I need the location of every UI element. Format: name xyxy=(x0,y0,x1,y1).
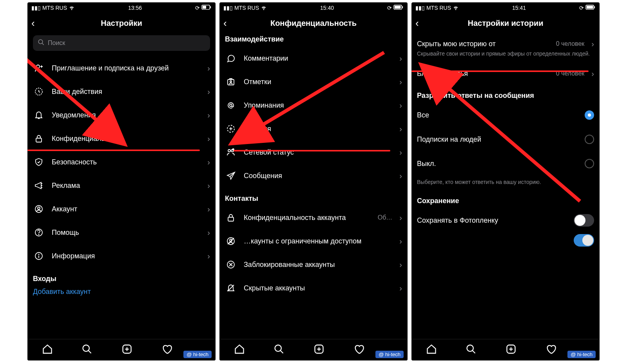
svg-point-11 xyxy=(38,207,40,209)
tab-activity[interactable] xyxy=(545,344,556,356)
person-plus-icon xyxy=(33,63,45,73)
radio-following[interactable]: Подписки на людей xyxy=(417,127,594,151)
watermark: @ hi-tech xyxy=(375,351,404,358)
row-messages[interactable]: Сообщения › xyxy=(225,164,402,187)
row-notifications[interactable]: Уведомления › xyxy=(33,103,210,127)
message-icon xyxy=(225,171,237,180)
orientation-icon: ⟳ xyxy=(579,5,584,11)
tab-search[interactable] xyxy=(274,344,285,356)
toggle-on[interactable] xyxy=(574,234,594,247)
row-blocked[interactable]: Заблокированные аккаунты › xyxy=(225,253,402,276)
radio-everyone[interactable]: Все xyxy=(417,103,594,127)
chevron-right-icon: › xyxy=(399,54,402,63)
chevron-right-icon: › xyxy=(207,252,210,261)
search-input[interactable]: Поиск xyxy=(33,35,210,51)
row-info[interactable]: Информация › xyxy=(33,244,210,268)
tab-create[interactable] xyxy=(506,344,516,356)
search-placeholder: Поиск xyxy=(48,40,65,47)
row-help[interactable]: Помощь › xyxy=(33,221,210,244)
highlight-underline xyxy=(234,150,390,151)
header: ‹ Настройки xyxy=(27,13,216,33)
at-icon xyxy=(225,101,237,110)
story-icon xyxy=(225,124,237,133)
tab-create[interactable] xyxy=(314,344,324,356)
megaphone-icon xyxy=(33,181,45,190)
svg-point-28 xyxy=(230,104,232,106)
tab-create[interactable] xyxy=(121,344,132,356)
chevron-right-icon: › xyxy=(399,77,402,86)
add-account-link[interactable]: Добавить аккаунт xyxy=(33,288,210,296)
row-security[interactable]: Безопасность › xyxy=(33,150,210,174)
tag-icon xyxy=(225,77,237,86)
status-bar: ▮▮▯ MTS RUS 13:56 ⟳ xyxy=(27,2,216,13)
svg-rect-52 xyxy=(594,6,595,9)
signal-icon: ▮▮▯ xyxy=(415,5,425,11)
search-icon xyxy=(38,39,45,47)
status-bar: ▮▮▯ MTS RUS 15:40 ⟳ xyxy=(219,2,408,13)
chevron-right-icon: › xyxy=(399,213,402,222)
info-icon xyxy=(33,251,45,261)
svg-point-13 xyxy=(38,234,39,234)
tab-search[interactable] xyxy=(466,344,477,356)
wifi-icon xyxy=(453,4,459,12)
screen-privacy: ▮▮▯ MTS RUS 15:40 ⟳ ‹ Конфиденциальность… xyxy=(219,2,408,360)
tab-search[interactable] xyxy=(82,344,92,356)
svg-point-18 xyxy=(83,345,89,351)
chevron-right-icon: › xyxy=(207,111,210,120)
svg-point-27 xyxy=(230,81,232,82)
row-account[interactable]: Аккаунт › xyxy=(33,197,210,221)
clock-label: 15:40 xyxy=(320,5,334,11)
chevron-right-icon: › xyxy=(207,87,210,96)
radio-unselected-icon xyxy=(585,159,594,168)
blocked-icon xyxy=(225,260,237,269)
tab-activity[interactable] xyxy=(161,344,172,356)
highlight-underline xyxy=(27,150,200,151)
header: ‹ Настройки истории xyxy=(411,13,600,33)
row-activity-status[interactable]: Сетевой статус › xyxy=(225,141,402,164)
comment-icon xyxy=(225,54,237,63)
tab-home[interactable] xyxy=(426,344,437,356)
radio-selected-icon xyxy=(585,110,594,120)
row-hide-story[interactable]: Скрыть мою историю от 0 человек › xyxy=(417,36,594,52)
radio-off[interactable]: Выкл. xyxy=(417,151,594,176)
svg-rect-24 xyxy=(395,6,401,9)
orientation-icon: ⟳ xyxy=(195,5,200,11)
row-account-privacy[interactable]: Конфиденциальность аккаунта Об… › xyxy=(225,206,402,229)
row-invite-friends[interactable]: Приглашение и подписка на друзей › xyxy=(33,56,210,80)
row-restricted[interactable]: …каунты с ограниченным доступом › xyxy=(225,229,402,253)
row-your-activity[interactable]: Ваши действия › xyxy=(33,80,210,103)
tab-home[interactable] xyxy=(42,344,53,356)
row-save-camera-roll[interactable]: Сохранять в Фотопленку xyxy=(417,208,594,232)
svg-rect-51 xyxy=(587,6,593,9)
row-story[interactable]: История › xyxy=(225,117,402,141)
row-comments[interactable]: Комментарии › xyxy=(225,47,402,70)
tab-activity[interactable] xyxy=(353,344,364,356)
svg-point-45 xyxy=(275,345,281,351)
row-save-archive[interactable] xyxy=(417,232,594,248)
section-logins: Входы xyxy=(33,275,210,283)
row-close-friends[interactable]: Близкие друзья 0 человек › xyxy=(417,63,594,85)
svg-point-54 xyxy=(467,345,473,351)
page-title: Настройки истории xyxy=(468,19,543,28)
back-button[interactable]: ‹ xyxy=(415,17,419,29)
signal-icon: ▮▮▯ xyxy=(223,5,233,11)
chevron-right-icon: › xyxy=(207,181,210,190)
row-privacy[interactable]: Конфиденциальность › xyxy=(33,127,210,150)
row-ads[interactable]: Реклама › xyxy=(33,174,210,197)
chevron-right-icon: › xyxy=(207,228,210,237)
row-tags[interactable]: Отметки › xyxy=(225,70,402,94)
carrier-label: MTS RUS xyxy=(426,5,451,11)
tab-home[interactable] xyxy=(234,344,245,356)
back-button[interactable]: ‹ xyxy=(31,17,35,29)
page-title: Конфиденциальность xyxy=(270,19,357,28)
row-muted[interactable]: Скрытые аккаунты › xyxy=(225,276,402,300)
svg-line-19 xyxy=(89,351,91,353)
row-mentions[interactable]: Упоминания › xyxy=(225,94,402,117)
chevron-right-icon: › xyxy=(207,205,210,214)
toggle-off[interactable] xyxy=(574,214,594,227)
clock-label: 13:56 xyxy=(128,5,142,11)
bell-icon xyxy=(33,110,45,120)
page-title: Настройки xyxy=(101,19,142,28)
restricted-icon xyxy=(225,236,237,246)
back-button[interactable]: ‹ xyxy=(223,17,227,29)
